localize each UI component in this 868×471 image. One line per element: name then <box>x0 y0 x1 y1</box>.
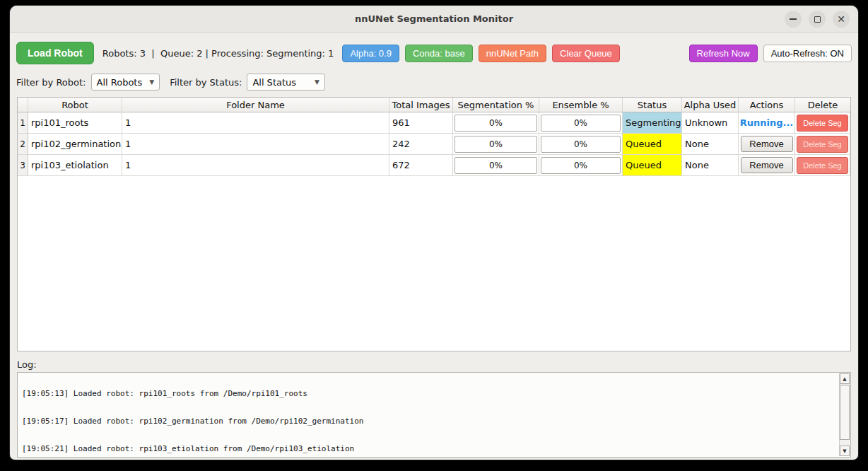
filter-status-select[interactable]: All Status ▼ <box>247 74 325 91</box>
status-cell: Segmenting <box>623 112 682 134</box>
delete-seg-button[interactable]: Delete Seg <box>797 115 848 132</box>
delete-cell: Delete Seg <box>795 155 850 176</box>
maximize-button[interactable] <box>809 11 826 28</box>
chevron-down-icon: ▼ <box>315 78 319 86</box>
status-summary: Robots: 3 | Queue: 2 | Processing: Segme… <box>102 48 334 59</box>
col-header-folder-name[interactable]: Folder Name <box>122 98 389 112</box>
segmentation-progressbar: 0% <box>454 157 537 174</box>
segmentation-progress-cell: 0% <box>453 155 539 176</box>
scrollbar-thumb[interactable] <box>840 385 850 440</box>
remove-button[interactable]: Remove <box>741 157 793 173</box>
auto-refresh-toggle[interactable]: Auto-Refresh: ON <box>763 45 852 62</box>
robot-cell[interactable]: rpi101_roots <box>28 112 122 134</box>
ensemble-progress-cell: 0% <box>539 134 623 155</box>
robots-table: Robot Folder Name Total Images Segmentat… <box>17 97 851 351</box>
filter-robot-select[interactable]: All Robots ▼ <box>91 74 160 91</box>
delete-seg-button[interactable]: Delete Seg <box>797 136 848 153</box>
log-line: [19:05:21] Loaded robot: rpi103_etiolati… <box>22 444 846 453</box>
row-number: 3 <box>18 155 28 176</box>
refresh-now-button[interactable]: Refresh Now <box>689 45 758 62</box>
row-number: 2 <box>18 134 28 155</box>
col-header-delete[interactable]: Delete <box>795 98 850 112</box>
conda-env-button[interactable]: Conda: base <box>405 45 473 62</box>
row-number: 1 <box>18 112 28 134</box>
log-panel[interactable]: [19:05:13] Loaded robot: rpi101_roots fr… <box>17 372 851 458</box>
ensemble-progressbar: 0% <box>541 157 621 174</box>
alpha-used-cell: None <box>682 134 739 155</box>
status-cell: Queued <box>623 134 682 155</box>
chevron-down-icon: ▼ <box>149 78 154 86</box>
ensemble-progress-cell: 0% <box>539 155 623 176</box>
robot-cell[interactable]: rpi103_etiolation <box>28 155 122 176</box>
col-header-total-images[interactable]: Total Images <box>389 98 453 112</box>
maximize-icon <box>814 16 821 23</box>
toolbar: Load Robot Robots: 3 | Queue: 2 | Proces… <box>16 41 852 65</box>
col-header-segmentation-pct[interactable]: Segmentation % <box>453 98 539 112</box>
total-images-cell: 242 <box>389 134 453 155</box>
actions-cell: Remove <box>739 155 795 176</box>
col-header-actions[interactable]: Actions <box>739 98 795 112</box>
actions-cell: Running... <box>739 112 795 134</box>
minimize-icon <box>790 18 797 20</box>
arrow-up-icon: ▲ <box>843 376 846 382</box>
alpha-used-cell: Unknown <box>682 112 739 134</box>
total-images-cell: 961 <box>389 112 453 134</box>
close-button[interactable]: ✕ <box>833 11 850 28</box>
filter-status-value: All Status <box>252 77 296 88</box>
clear-queue-button[interactable]: Clear Queue <box>552 45 620 62</box>
nnunet-path-button[interactable]: nnUNet Path <box>479 45 546 62</box>
scroll-up-button[interactable]: ▲ <box>840 373 850 384</box>
delete-cell: Delete Seg <box>795 112 850 134</box>
filter-robot-value: All Robots <box>97 77 143 88</box>
log-lines: [19:05:13] Loaded robot: rpi101_roots fr… <box>18 372 850 458</box>
segmentation-progressbar: 0% <box>454 136 537 153</box>
alpha-used-cell: None <box>682 155 739 176</box>
delete-cell: Delete Seg <box>795 134 850 155</box>
table-empty-area <box>18 176 850 351</box>
scroll-down-button[interactable]: ▼ <box>840 446 850 456</box>
folder-name-cell[interactable]: 1 <box>122 134 389 155</box>
segmentation-progress-cell: 0% <box>453 134 539 155</box>
folder-name-cell[interactable]: 1 <box>122 155 389 176</box>
filter-bar: Filter by Robot: All Robots ▼ Filter by … <box>16 74 852 91</box>
folder-name-cell[interactable]: 1 <box>122 112 389 134</box>
ensemble-progressbar: 0% <box>541 136 621 153</box>
total-images-cell: 672 <box>389 155 453 176</box>
col-header-robot[interactable]: Robot <box>28 98 122 112</box>
log-label: Log: <box>17 359 851 370</box>
delete-seg-button[interactable]: Delete Seg <box>797 157 848 174</box>
window-controls: ✕ <box>785 11 850 28</box>
alpha-button[interactable]: Alpha: 0.9 <box>342 45 399 62</box>
filter-status-label: Filter by Status: <box>170 77 242 88</box>
actions-cell: Remove <box>739 134 795 155</box>
running-status-text: Running... <box>740 117 794 128</box>
arrow-down-icon: ▼ <box>843 448 846 454</box>
corner-header <box>18 98 28 112</box>
window-title: nnUNet Segmentation Monitor <box>355 13 513 24</box>
col-header-status[interactable]: Status <box>623 98 682 112</box>
col-header-ensemble-pct[interactable]: Ensemble % <box>539 98 623 112</box>
log-line: [19:05:13] Loaded robot: rpi101_roots fr… <box>22 389 846 398</box>
ensemble-progress-cell: 0% <box>539 112 623 134</box>
log-scrollbar[interactable]: ▲ ▼ <box>839 373 850 456</box>
remove-button[interactable]: Remove <box>741 136 793 152</box>
titlebar[interactable]: nnUNet Segmentation Monitor ✕ <box>10 6 858 33</box>
segmentation-progressbar: 0% <box>454 115 537 132</box>
segmentation-progress-cell: 0% <box>453 112 539 134</box>
col-header-alpha-used[interactable]: Alpha Used <box>682 98 739 112</box>
ensemble-progressbar: 0% <box>541 115 621 132</box>
log-line: [19:05:17] Loaded robot: rpi102_germinat… <box>22 417 846 426</box>
load-robot-button[interactable]: Load Robot <box>16 42 94 64</box>
robot-cell[interactable]: rpi102_germination <box>28 134 122 155</box>
filter-robot-label: Filter by Robot: <box>16 77 86 88</box>
close-icon: ✕ <box>837 14 845 24</box>
app-window: nnUNet Segmentation Monitor ✕ Load Robot… <box>10 6 858 460</box>
status-cell: Queued <box>623 155 682 176</box>
minimize-button[interactable] <box>785 11 802 28</box>
